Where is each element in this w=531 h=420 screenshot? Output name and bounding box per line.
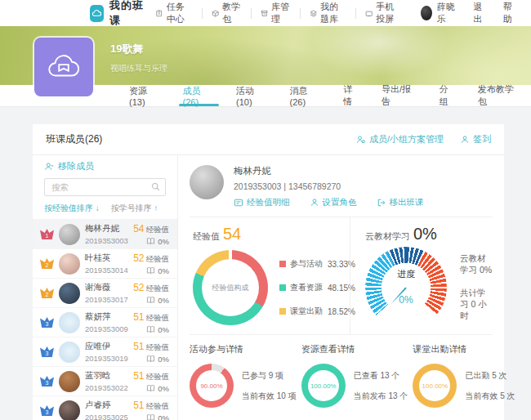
book-icon — [146, 384, 155, 392]
page-content: 班课成员(26) 成员/小组方案管理 签到 移除成员 — [0, 107, 531, 420]
header-links: 成员/小组方案管理 签到 — [356, 133, 491, 145]
member-study: 0% — [133, 237, 169, 246]
nav-task-center[interactable]: 任务中心 — [146, 1, 201, 25]
experience-panel: 经验值54 参与活动33.33% 查看资源48.15% 课堂出勤18.52% — [190, 217, 350, 334]
set-role-link[interactable]: 设置角色 — [310, 197, 357, 208]
details-row: 活动参与详情 已参与 9 项 当前有效 10 项 资源查看详情 — [190, 334, 493, 420]
profile-actions: 经验值明细 设置角色 移出班课 — [234, 197, 424, 208]
member-study: 0% — [133, 413, 169, 420]
tab-details[interactable]: 详情 — [332, 85, 371, 106]
tab-activities[interactable]: 活动(10) — [225, 85, 279, 106]
member-search — [44, 178, 166, 196]
selected-member-profile: 梅林丹妮 2019353003 | 13456789270 经验值明细 设置角色 — [190, 165, 493, 208]
package-icon — [212, 8, 219, 19]
layers-icon — [310, 8, 317, 19]
tab-export-report[interactable]: 导出/报告 — [371, 85, 429, 106]
app-logo[interactable]: 我的班课 — [90, 0, 146, 28]
charts-row: 经验值54 参与活动33.33% 查看资源48.15% 课堂出勤18.52% — [190, 217, 493, 334]
sort-by-exp-button[interactable]: 按经验值排序 ↓ — [44, 203, 100, 214]
help-button[interactable]: 帮助 — [495, 1, 524, 25]
cloud-class-icon — [45, 48, 83, 86]
book-icon — [146, 413, 155, 420]
member-avatar — [59, 371, 80, 392]
cloud-study-panel: 云教材学习0% 进度 0% 云教材学习 0% 共计学习 0 小 — [350, 217, 493, 334]
tab-messages[interactable]: 消息(26) — [279, 85, 333, 106]
tab-groups[interactable]: 分组 — [429, 85, 467, 106]
nav-screen-cast[interactable]: 手机投屏 — [356, 1, 411, 25]
sort-controls: 按经验值排序 ↓ 按学号排序 ↑ — [44, 203, 166, 214]
tab-members[interactable]: 成员(26) — [172, 85, 226, 106]
phone-icon — [365, 8, 373, 19]
member-name: 应唯伊 — [85, 341, 128, 352]
members-title: 班课成员(26) — [46, 132, 102, 146]
nav-library-manage[interactable]: 库管理 — [252, 1, 300, 25]
search-input[interactable] — [44, 178, 166, 196]
profile-avatar — [190, 165, 224, 199]
nav-teaching-pack[interactable]: 教学包 — [203, 1, 251, 25]
sort-by-id-button[interactable]: 按学号排序 ↑ — [111, 203, 158, 214]
remove-member-button[interactable]: 移除成员 — [44, 160, 166, 172]
rank-crown-icon: 3 — [40, 317, 54, 328]
person-gear-icon — [356, 135, 366, 145]
group-plan-manage-button[interactable]: 成员/小组方案管理 — [356, 133, 444, 145]
top-navbar: 我的班课 任务中心 教学包 库管理 我的题库 手机投屏 薛晓乐 退出 帮助 — [0, 0, 531, 26]
cloud-study-percent-text: 云教材学习 0% — [460, 253, 493, 276]
remove-from-class-link[interactable]: 移出班课 — [377, 197, 424, 208]
member-row-5[interactable]: 3 应唯伊 2019353019 51经验值 0% — [33, 337, 177, 366]
member-row-6[interactable]: 3 蓝羽晗 2019353022 51经验值 0% — [33, 366, 177, 395]
nav-question-bank[interactable]: 我的题库 — [301, 1, 355, 25]
class-subtitle: 视唱练耳与乐理 — [110, 63, 167, 74]
class-info: 19歌舞 视唱练耳与乐理 — [110, 42, 167, 74]
member-row-1[interactable]: 1 梅林丹妮 2019353003 54经验值 0% — [33, 219, 177, 248]
activity-detail-panel: 活动参与详情 已参与 9 项 当前有效 10 项 — [190, 343, 301, 420]
archive-icon — [261, 8, 268, 19]
activity-donut-chart — [190, 364, 234, 408]
resource-donut-chart — [301, 364, 346, 408]
member-row-2[interactable]: 2 叶桂英 2019353014 52经验值 0% — [33, 248, 177, 278]
legend-item: 查看资源48.15% — [279, 282, 355, 293]
detail-card-icon — [234, 198, 243, 208]
person-check-icon — [460, 135, 470, 145]
member-exp: 51经验值 — [133, 311, 169, 324]
member-name: 蔡妍萍 — [85, 311, 128, 323]
card-body: 移除成员 按经验值排序 ↓ 按学号排序 ↑ 1 梅林丹妮 — [33, 155, 504, 420]
activity-joined-text: 已参与 9 项 — [242, 370, 297, 382]
app-title: 我的班课 — [109, 0, 146, 28]
class-cover — [34, 38, 93, 96]
member-name: 叶桂英 — [85, 252, 128, 264]
experience-donut-chart — [193, 250, 268, 325]
member-name: 蓝羽晗 — [85, 370, 128, 382]
member-name: 卢睿婷 — [85, 400, 128, 411]
attendance-present-text: 已出勤 5 次 — [465, 370, 515, 382]
attendance-detail-panel: 课堂出勤详情 已出勤 5 次 当前有效 5 次 — [413, 343, 520, 420]
member-id: 2019353025 — [85, 413, 128, 420]
legend-item: 课堂出勤18.52% — [279, 306, 355, 317]
book-icon — [146, 237, 155, 245]
legend-swatch — [279, 261, 286, 267]
checkin-button[interactable]: 签到 — [460, 133, 491, 145]
activity-total-text: 当前有效 10 项 — [242, 391, 297, 402]
search-icon[interactable] — [150, 181, 161, 192]
cloud-study-title: 云教材学习0% — [365, 225, 493, 244]
experience-legend: 参与活动33.33% 查看资源48.15% 课堂出勤18.52% — [279, 258, 355, 317]
member-id: 2019353003 — [85, 236, 128, 245]
member-row-7[interactable]: 3 卢睿婷 2019353025 51经验值 0% — [33, 395, 177, 420]
rank-crown-icon: 3 — [40, 405, 54, 416]
member-row-3[interactable]: 2 谢海薇 2019353017 52经验值 0% — [33, 278, 177, 307]
rank-crown-icon: 2 — [40, 258, 54, 269]
member-study: 0% — [133, 266, 169, 275]
exp-detail-link[interactable]: 经验值明细 — [234, 197, 290, 208]
tab-publish-pack[interactable]: 发布教学包 — [467, 85, 531, 106]
book-icon — [146, 296, 155, 304]
legend-swatch — [279, 284, 286, 291]
user-avatar[interactable] — [421, 6, 431, 20]
rank-crown-icon: 3 — [40, 346, 54, 357]
member-row-4[interactable]: 3 蔡妍萍 2019353009 51经验值 0% — [33, 307, 177, 337]
tab-resources[interactable]: 资源(13) — [118, 85, 172, 106]
member-avatar — [59, 253, 80, 275]
member-exp: 52经验值 — [133, 252, 169, 265]
member-id: 2019353019 — [85, 354, 128, 363]
exit-icon — [377, 198, 386, 208]
user-name[interactable]: 薛晓乐 — [437, 1, 466, 25]
logout-button[interactable]: 退出 — [465, 1, 494, 25]
